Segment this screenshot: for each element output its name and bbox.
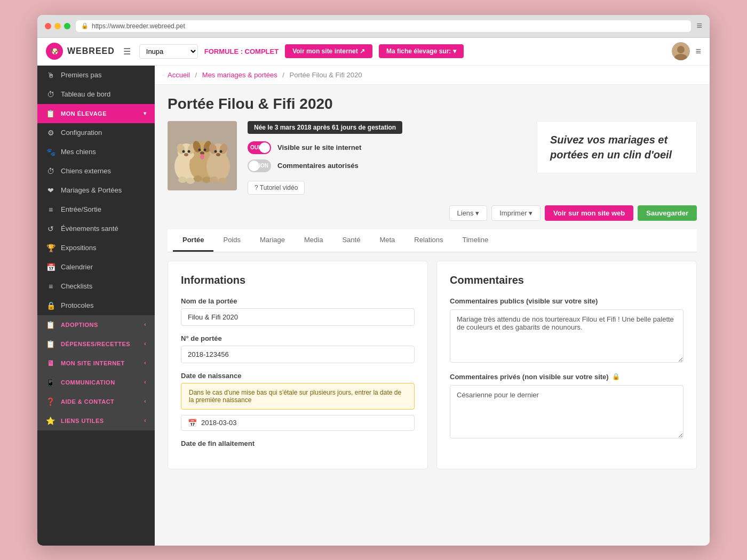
sidebar-item-expositions[interactable]: 🏆 Expositions: [37, 238, 155, 258]
numero-input[interactable]: [181, 346, 415, 363]
breadcrumb: Accueil / Mes mariages & portées / Porté…: [155, 66, 710, 85]
chevron-right-icon: ‹: [144, 322, 146, 327]
nom-input[interactable]: [181, 308, 415, 326]
sauvegarder-button[interactable]: Sauvegarder: [638, 205, 697, 221]
liens-label: Liens ▾: [457, 209, 480, 217]
svg-point-27: [186, 178, 195, 184]
entree-icon: ≡: [46, 205, 55, 214]
commentaires-title: Commentaires: [450, 274, 684, 286]
imprimer-label: Imprimer ▾: [499, 209, 533, 217]
kennel-select[interactable]: Inupa: [139, 44, 198, 59]
hamburger-button[interactable]: ☰: [121, 44, 133, 59]
sidebar-item-protocoles[interactable]: 🔒 Protocoles: [37, 296, 155, 315]
tab-relations[interactable]: Relations: [404, 229, 452, 252]
visible-label: Visible sur le site internet: [277, 143, 361, 151]
adoptions-icon: 📋: [46, 321, 55, 329]
tab-meta[interactable]: Meta: [370, 229, 404, 252]
sidebar-label-entree-sortie: Entrée/Sortie: [61, 205, 101, 213]
minimize-dot[interactable]: [54, 23, 61, 29]
comments-toggle[interactable]: NON: [248, 159, 271, 172]
sidebar-item-calendrier[interactable]: 📅 Calendrier: [37, 258, 155, 277]
sidebar-item-configuration[interactable]: ⚙ Configuration: [37, 123, 155, 142]
sidebar-item-mariages-portees[interactable]: ❤ Mariages & Portées: [37, 181, 155, 200]
tab-timeline[interactable]: Timeline: [452, 229, 498, 252]
star-icon: ⭐: [46, 417, 55, 425]
url-bar[interactable]: 🔒 https://www.breeder.webreed.pet: [76, 20, 691, 32]
sidebar-item-chiens-externes[interactable]: ⏱ Chiens externes: [37, 162, 155, 181]
sidebar-label-tableau-de-bord: Tableau de bord: [61, 90, 110, 98]
sidebar-section-depenses[interactable]: 📋 DÉPENSES/RECETTES ‹: [37, 334, 155, 354]
page-title: Portée Filou & Fifi 2020: [168, 95, 697, 113]
window-controls: [45, 23, 70, 29]
comments-label: Commentaires autorisés: [277, 162, 359, 170]
prives-textarea[interactable]: [450, 385, 684, 438]
publics-textarea[interactable]: [450, 309, 684, 363]
date-input[interactable]: [201, 419, 408, 427]
help-icon: ❓: [46, 397, 55, 406]
date-input-wrapper: 📅: [181, 415, 415, 431]
maximize-dot[interactable]: [64, 23, 70, 29]
commentaires-card: Commentaires Commentaires publics (visib…: [436, 261, 697, 469]
browser-chrome: 🔒 https://www.breeder.webreed.pet ≡: [37, 15, 710, 38]
sidebar-label-chiens-externes: Chiens externes: [61, 167, 111, 175]
browser-menu-icon[interactable]: ≡: [696, 20, 702, 31]
paw-icon: 🐾: [46, 148, 55, 156]
sidebar-item-entree-sortie[interactable]: ≡ Entrée/Sortie: [37, 200, 155, 219]
promo-text: Suivez vos mariages et portées en un cli…: [550, 134, 672, 161]
sidebar-section-adoptions[interactable]: 📋 ADOPTIONS ‹: [37, 315, 155, 334]
imprimer-button[interactable]: Imprimer ▾: [491, 205, 541, 221]
sidebar-item-evenements-sante[interactable]: ↺ Évènements santé: [37, 219, 155, 238]
sidebar-item-checklists[interactable]: ≡ Checklists: [37, 277, 155, 296]
toggle-on-label: OUI: [250, 145, 260, 150]
visible-toggle[interactable]: OUI: [248, 141, 271, 154]
date-fin-label: Date de fin allaitement: [181, 439, 415, 447]
user-avatar[interactable]: [672, 42, 690, 60]
svg-point-29: [202, 177, 211, 183]
sidebar-label-mes-chiens: Mes chiens: [61, 148, 96, 156]
prives-label: Commentaires privés (non visible sur vot…: [450, 373, 684, 381]
sidebar-item-premiers-pas[interactable]: 🖱 Premiers pas: [37, 66, 155, 85]
formule-label: FORMULE : COMPLET: [204, 47, 279, 55]
informations-title: Informations: [181, 274, 415, 286]
publics-label: Commentaires publics (visible sur votre …: [450, 297, 684, 305]
sidebar-section-aide-contact[interactable]: ❓ AIDE & CONTACT ‹: [37, 392, 155, 411]
voir-site-web-button[interactable]: Voir sur mon site web: [545, 205, 633, 221]
sidebar-label-premiers-pas: Premiers pas: [61, 71, 102, 79]
lock-icon-private: 🔒: [612, 373, 620, 380]
numero-label: N° de portée: [181, 334, 415, 342]
svg-point-17: [188, 150, 190, 153]
tab-portee[interactable]: Portée: [173, 229, 213, 252]
svg-point-30: [210, 177, 218, 183]
voir-site-button[interactable]: Voir mon site internet ↗: [285, 44, 372, 58]
svg-point-26: [178, 177, 187, 183]
litter-image: [168, 121, 237, 190]
close-dot[interactable]: [45, 23, 51, 29]
warning-text: Dans le cas d'une mise bas qui s'étale s…: [189, 389, 401, 404]
sidebar-label-mariages: Mariages & Portées: [61, 186, 122, 194]
sidebar-section-liens-utiles[interactable]: ⭐ LIENS UTILES ‹: [37, 411, 155, 430]
sidebar-item-tableau-de-bord[interactable]: ⏱ Tableau de bord: [37, 85, 155, 104]
sidebar-label-adoptions: ADOPTIONS: [61, 322, 98, 328]
tab-sante[interactable]: Santé: [332, 229, 370, 252]
nom-group: Nom de la portée: [181, 297, 415, 326]
commentaires-publics-group: Commentaires publics (visible sur votre …: [450, 297, 684, 364]
breadcrumb-accueil[interactable]: Accueil: [168, 71, 190, 79]
sidebar-section-mon-elevage[interactable]: 📋 MON ÉLEVAGE ▾: [37, 104, 155, 123]
svg-point-22: [184, 153, 188, 156]
chevron-right-icon-5: ‹: [144, 398, 146, 404]
app-menu-icon[interactable]: ≡: [695, 46, 701, 57]
svg-point-18: [198, 148, 201, 151]
informations-card: Informations Nom de la portée N° de port…: [168, 261, 428, 469]
tutorial-button[interactable]: ? Tutoriel vidéo: [248, 181, 305, 195]
sidebar-section-communication[interactable]: 📱 COMMUNICATION ‹: [37, 373, 155, 392]
sidebar-item-mes-chiens[interactable]: 🐾 Mes chiens: [37, 142, 155, 162]
tab-poids[interactable]: Poids: [213, 229, 250, 252]
svg-point-19: [204, 148, 206, 151]
fiche-elevage-button[interactable]: Ma fiche élevage sur: ▾: [379, 44, 464, 58]
tab-media[interactable]: Media: [295, 229, 332, 252]
breadcrumb-mariages[interactable]: Mes mariages & portées: [202, 71, 277, 79]
liens-button[interactable]: Liens ▾: [449, 205, 488, 221]
sidebar-label-configuration: Configuration: [61, 129, 102, 137]
tab-mariage[interactable]: Mariage: [250, 229, 295, 252]
sidebar-section-mon-site[interactable]: 🖥 MON SITE INTERNET ‹: [37, 354, 155, 373]
